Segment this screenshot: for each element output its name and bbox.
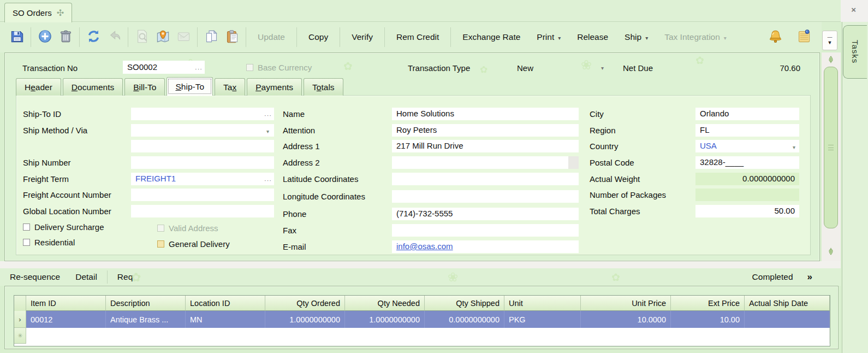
latitude-input[interactable] [392,173,579,185]
release-button[interactable]: Release [569,26,616,48]
table-row[interactable]: › 00012 Antique Brass ... MN 1.000000000… [14,311,830,328]
general-delivery-checkbox[interactable]: General Delivery [157,239,230,249]
ship-method-line2-input[interactable] [131,140,274,152]
map-button[interactable] [152,25,173,49]
rem-credit-button[interactable]: Rem Credit [388,26,447,48]
scroll-up-icon[interactable] [826,55,836,65]
col-actual-ship-date[interactable]: Actual Ship Date [745,296,830,311]
postal-code-input[interactable]: 32828-____ [695,156,799,169]
tab-totals[interactable]: Totals [304,78,343,96]
copy-record-button[interactable] [201,25,222,49]
cell-qty-needed[interactable]: 1.0000000000 [345,311,425,328]
name-input[interactable]: Home Solutions [392,108,579,120]
cell-item-id[interactable]: 00012 [26,311,106,328]
email-input[interactable]: info@osas.com [392,240,579,253]
req-button[interactable]: Req [110,269,140,285]
save-button[interactable] [7,25,27,49]
cell-description[interactable]: Antique Brass ... [106,311,186,328]
freight-account-input[interactable] [131,189,274,201]
alerts-button[interactable] [765,25,786,49]
longitude-input[interactable] [392,190,579,203]
tax-integration-button[interactable]: Tax Integration▾ [656,26,735,48]
detail-button[interactable]: Detail [68,269,105,285]
transaction-no-input[interactable]: SO0002 ··· [123,61,205,74]
cell-ext-price[interactable]: 10.00 [671,311,745,328]
panel-divider[interactable] [0,261,841,268]
cell-location-id[interactable]: MN [186,311,265,328]
paste-button[interactable] [222,25,242,49]
cell-qty-shipped[interactable]: 0.0000000000 [425,311,504,328]
cell-unit-price[interactable]: 10.0000 [581,311,671,328]
chevron-down-icon[interactable]: ▾ [266,128,269,134]
tab-ship-to[interactable]: Ship-To [167,77,213,96]
vertical-scrollbar[interactable] [822,52,841,261]
address1-input[interactable]: 217 Mill Run Drive [392,140,579,152]
delete-button[interactable] [55,25,76,49]
tab-payments[interactable]: Payments [247,78,302,96]
chevron-down-icon[interactable]: ▾ [601,65,604,71]
col-ext-price[interactable]: Ext Price [671,296,745,311]
new-row[interactable]: ✳ [14,328,830,344]
verify-button[interactable]: Verify [343,26,381,48]
city-input[interactable]: Orlando [695,108,799,120]
cell-actual-ship-date[interactable] [745,311,830,328]
email-link[interactable]: info@osas.com [396,242,453,251]
cell-unit[interactable]: PKG [504,311,581,328]
resequence-button[interactable]: Re-sequence [0,269,68,285]
tab-tasks[interactable]: Tasks [843,25,867,79]
col-description[interactable]: Description [106,296,186,311]
print-button[interactable]: Print▾ [528,26,569,48]
lookup-ellipsis-icon[interactable]: ··· [195,66,203,72]
close-icon[interactable]: × [851,5,856,14]
scroll-down-icon[interactable] [826,246,836,256]
notes-button[interactable] [793,25,814,49]
undo-button[interactable] [104,25,124,49]
address2-input[interactable] [392,156,579,169]
ship-to-id-input[interactable]: ··· [131,108,274,120]
col-item-id[interactable]: Item ID [26,296,106,311]
fax-input[interactable] [392,224,579,237]
phone-input[interactable]: (714)-732-5555 [392,208,579,220]
col-qty-shipped[interactable]: Qty Shipped [425,296,504,311]
add-button[interactable] [34,25,55,49]
toolbar-overflow-button[interactable]: — ▼ [822,31,837,50]
refresh-button[interactable] [83,25,104,49]
global-location-input[interactable] [131,205,274,217]
freight-term-input[interactable]: FREIGHT1··· [131,173,274,185]
tab-header[interactable]: Header [16,78,61,96]
valid-address-checkbox[interactable]: Valid Address [157,223,218,233]
copy-button[interactable]: Copy [300,26,336,48]
attention-input[interactable]: Roy Peters [392,124,579,137]
tab-documents[interactable]: Documents [63,78,123,96]
lookup-ellipsis-icon[interactable]: ··· [264,112,272,119]
transaction-type-value[interactable]: New [517,63,533,73]
address2-end-button[interactable] [568,156,579,169]
col-unit-price[interactable]: Unit Price [581,296,671,311]
tab-bill-to[interactable]: Bill-To [124,78,165,96]
mail-button[interactable] [173,25,194,49]
exchange-rate-button[interactable]: Exchange Rate [454,26,528,48]
new-row-empty[interactable] [26,328,830,344]
col-unit[interactable]: Unit [504,296,581,311]
ship-number-input[interactable] [131,156,274,169]
base-currency-checkbox[interactable]: Base Currency [246,63,312,72]
expand-more-icon[interactable]: » [807,272,812,283]
update-button[interactable]: Update [249,26,293,48]
region-input[interactable]: FL [695,124,799,137]
chevron-down-icon[interactable]: ▾ [793,144,795,150]
lookup-ellipsis-icon[interactable]: ··· [264,177,272,184]
residential-checkbox[interactable]: Residential [23,238,75,247]
col-qty-ordered[interactable]: Qty Ordered [265,296,345,311]
ship-button[interactable]: Ship▾ [616,26,656,48]
total-charges-input[interactable]: 50.00 [695,205,799,217]
scrollbar-thumb[interactable] [824,67,838,228]
preview-button[interactable] [132,25,152,49]
cell-qty-ordered[interactable]: 1.0000000000 [265,311,345,328]
tab-tax[interactable]: Tax [215,78,245,96]
document-tab-so-orders[interactable]: SO Orders ✣ [4,3,72,22]
country-input[interactable]: USA [695,140,799,152]
delivery-surcharge-checkbox[interactable]: Delivery Surcharge [23,222,104,232]
col-location-id[interactable]: Location ID [186,296,265,311]
ship-method-input[interactable] [131,124,274,137]
col-qty-needed[interactable]: Qty Needed [345,296,425,311]
